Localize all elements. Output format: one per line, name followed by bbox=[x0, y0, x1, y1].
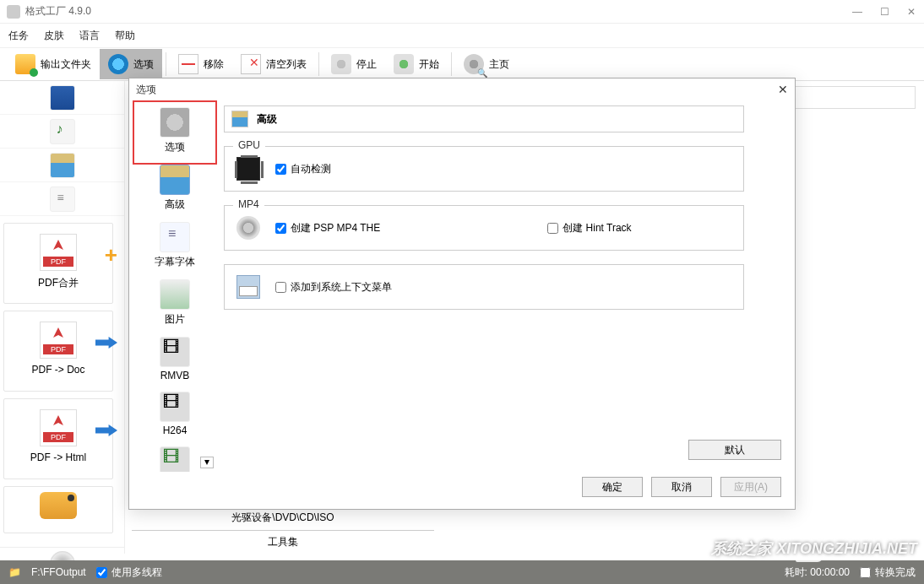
task-pdf-doc[interactable]: PDF -> Doc bbox=[3, 311, 113, 392]
context-group: 添加到系统上下文菜单 bbox=[224, 264, 744, 310]
window-controls: — ☐ ✕ bbox=[851, 6, 917, 18]
nav-advanced[interactable]: 高级 bbox=[136, 161, 214, 219]
nav-label: 图片 bbox=[136, 312, 214, 327]
pdf-icon bbox=[40, 322, 77, 359]
nav-label: RMVB bbox=[136, 370, 214, 381]
stop-button[interactable]: 停止 bbox=[323, 49, 385, 79]
toolbar: 输出文件夹 选项 移除 清空列表 停止 开始 主页 bbox=[0, 47, 924, 81]
dialog-close-button[interactable]: ✕ bbox=[778, 83, 788, 96]
category-document[interactable] bbox=[0, 182, 124, 216]
folder-status-icon: 📁 bbox=[8, 566, 21, 578]
category-image[interactable] bbox=[0, 149, 124, 182]
convert-done-checkbox[interactable]: 转换完成 bbox=[860, 565, 916, 580]
app-icon bbox=[7, 5, 20, 19]
cancel-button[interactable]: 取消 bbox=[651, 477, 712, 497]
category-tools-label[interactable]: 工具集 bbox=[132, 530, 434, 554]
start-icon bbox=[394, 54, 414, 74]
add-context-checkbox[interactable]: 添加到系统上下文菜单 bbox=[275, 280, 392, 295]
apply-button[interactable]: 应用(A) bbox=[720, 477, 781, 497]
nav-options[interactable]: 选项 bbox=[136, 104, 214, 161]
elapsed-label: 耗时: 00:00:00 bbox=[785, 565, 850, 580]
minimize-button[interactable]: — bbox=[851, 6, 863, 18]
convert-done-input[interactable] bbox=[860, 567, 871, 578]
task-pdf-html[interactable]: PDF -> Html bbox=[3, 398, 113, 479]
stop-icon bbox=[331, 54, 351, 74]
output-path[interactable]: F:\FFOutput bbox=[31, 566, 86, 578]
image-icon bbox=[50, 153, 75, 178]
mp4-group: MP4 创建 PSP MP4 THE 创建 Hint Track bbox=[224, 205, 744, 251]
nav-h264[interactable]: H264 bbox=[136, 388, 214, 443]
auto-detect-input[interactable] bbox=[275, 164, 286, 175]
clear-icon bbox=[241, 54, 261, 74]
dialog-nav: 选项 高级 字幕字体 图片 RMVB H264 bbox=[129, 100, 220, 472]
menu-skin[interactable]: 皮肤 bbox=[44, 29, 64, 43]
maximize-button[interactable]: ☐ bbox=[878, 6, 890, 18]
menu-help[interactable]: 帮助 bbox=[115, 29, 135, 43]
home-label: 主页 bbox=[489, 57, 509, 72]
close-button[interactable]: ✕ bbox=[905, 6, 917, 18]
rmvb-nav-icon bbox=[160, 337, 190, 367]
nav-label: H264 bbox=[136, 424, 214, 436]
options-label: 选项 bbox=[133, 57, 154, 72]
stop-label: 停止 bbox=[356, 57, 377, 72]
nav-rmvb[interactable]: RMVB bbox=[136, 333, 214, 388]
separator bbox=[318, 52, 319, 76]
nav-dropdown-button[interactable]: ▾ bbox=[200, 457, 214, 468]
video-icon bbox=[50, 85, 75, 111]
tab-header-icon bbox=[231, 111, 248, 127]
remove-label: 移除 bbox=[204, 57, 224, 72]
task-video[interactable] bbox=[3, 486, 113, 533]
options-button[interactable]: 选项 bbox=[100, 49, 162, 79]
arrow-icon bbox=[95, 337, 117, 349]
remove-button[interactable]: 移除 bbox=[170, 49, 232, 79]
add-context-input[interactable] bbox=[275, 282, 286, 293]
arrow-icon bbox=[95, 424, 117, 436]
create-hint-input[interactable] bbox=[547, 223, 558, 234]
default-button[interactable]: 默认 bbox=[688, 440, 781, 460]
start-label: 开始 bbox=[419, 57, 439, 72]
category-video[interactable] bbox=[0, 81, 124, 115]
chip-icon bbox=[236, 157, 260, 181]
multithread-label: 使用多线程 bbox=[111, 565, 162, 580]
create-psp-checkbox[interactable]: 创建 PSP MP4 THE bbox=[275, 221, 380, 235]
menu-language[interactable]: 语言 bbox=[79, 29, 100, 43]
create-psp-label: 创建 PSP MP4 THE bbox=[291, 221, 380, 235]
picture-nav-icon bbox=[160, 279, 190, 310]
dialog-actions: 确定 取消 应用(A) bbox=[582, 477, 781, 497]
folder-mini-icon bbox=[236, 275, 260, 299]
auto-detect-checkbox[interactable]: 自动检测 bbox=[275, 162, 331, 176]
audio-icon bbox=[50, 119, 75, 144]
nav-label: 高级 bbox=[136, 197, 214, 212]
create-hint-checkbox[interactable]: 创建 Hint Track bbox=[547, 221, 631, 235]
film-icon bbox=[236, 216, 260, 240]
clear-button[interactable]: 清空列表 bbox=[232, 49, 315, 79]
home-icon bbox=[464, 54, 484, 74]
tab-header: 高级 bbox=[224, 105, 744, 132]
separator bbox=[166, 52, 166, 76]
multithread-checkbox[interactable]: 使用多线程 bbox=[96, 565, 162, 580]
advanced-nav-icon bbox=[160, 165, 190, 195]
mp4-legend: MP4 bbox=[233, 198, 264, 210]
h264-nav-icon bbox=[160, 392, 190, 422]
ok-button[interactable]: 确定 bbox=[582, 477, 643, 497]
options-nav-icon bbox=[160, 107, 190, 138]
create-psp-input[interactable] bbox=[275, 223, 286, 234]
home-button[interactable]: 主页 bbox=[455, 49, 518, 79]
document-icon bbox=[50, 187, 75, 212]
nav-picture[interactable]: 图片 bbox=[136, 276, 214, 333]
dialog-main: 高级 GPU 自动检测 MP4 创建 PSP bbox=[220, 100, 795, 472]
plus-icon: + bbox=[105, 242, 117, 268]
menu-task[interactable]: 任务 bbox=[8, 29, 29, 43]
nav-label: 选项 bbox=[136, 140, 214, 154]
output-folder-button[interactable]: 输出文件夹 bbox=[7, 49, 100, 79]
multithread-input[interactable] bbox=[96, 567, 107, 578]
task-pdf-merge[interactable]: + PDF合并 bbox=[3, 223, 113, 304]
output-folder-label: 输出文件夹 bbox=[41, 57, 91, 72]
auto-detect-label: 自动检测 bbox=[291, 162, 331, 176]
nav-label: 字幕字体 bbox=[136, 255, 214, 269]
category-audio[interactable] bbox=[0, 115, 124, 149]
start-button[interactable]: 开始 bbox=[385, 49, 448, 79]
clear-label: 清空列表 bbox=[266, 57, 307, 72]
nav-subtitle[interactable]: 字幕字体 bbox=[136, 219, 214, 276]
left-panel: + PDF合并 PDF -> Doc PDF -> Html bbox=[0, 81, 125, 554]
